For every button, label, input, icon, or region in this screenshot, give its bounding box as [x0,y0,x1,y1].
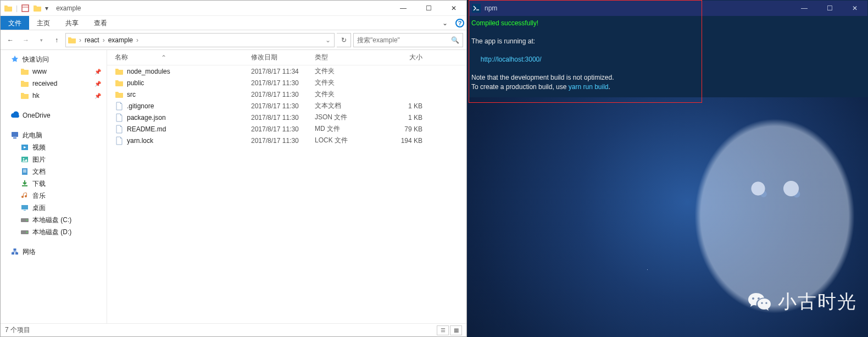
wechat-icon [746,289,772,315]
file-type: 文本文档 [315,101,379,111]
search-input[interactable] [357,36,451,44]
search-icon[interactable]: 🔍 [451,36,459,44]
table-row[interactable]: public2017/8/17 11:30文件夹 [107,77,466,89]
close-button[interactable]: ✕ [441,1,466,16]
col-type[interactable]: 类型 [315,53,379,62]
table-row[interactable]: .gitignore2017/8/17 11:30文本文档1 KB [107,100,466,112]
terminal-output[interactable]: Compiled successfully! The app is runnin… [469,16,867,97]
up-button[interactable]: ↑ [50,34,63,47]
tab-home[interactable]: 主页 [29,16,58,30]
pin-icon: 📌 [94,81,101,87]
file-name: public [127,79,144,87]
folder-icon [115,79,124,87]
folder-icon [115,67,124,76]
file-list: 名称⌃ 修改日期 类型 大小 node_modules2017/8/17 11:… [107,50,466,323]
status-bar: 7 个项目 ☰ ▦ [1,323,466,336]
sidebar-item-drive-c[interactable]: 本地磁盘 (C:) [1,214,107,226]
file-date: 2017/8/17 11:34 [251,68,315,75]
tab-file[interactable]: 文件 [1,16,29,30]
window-title: example [52,4,391,12]
table-row[interactable]: src2017/8/17 11:30文件夹 [107,89,466,100]
file-type: MD 文件 [315,124,379,134]
folder-icon[interactable] [33,4,42,13]
file-size: 1 KB [379,102,422,110]
view-details-button[interactable]: ☰ [437,325,449,335]
file-size: 79 KB [379,125,422,133]
file-explorer-window: | ▾ example — ☐ ✕ 文件 主页 共享 查看 ⌄ ? ← → ▾ … [0,0,467,337]
table-row[interactable]: yarn.lock2017/8/17 11:30LOCK 文件194 KB [107,135,466,146]
minimize-button[interactable]: — [391,1,416,16]
ribbon-expand-icon[interactable]: ⌄ [437,16,453,30]
pin-icon: 📌 [94,69,101,75]
quick-access-toolbar: | ▾ [1,4,52,13]
sidebar-item-downloads[interactable]: 下载 [1,178,107,190]
sidebar-item-videos[interactable]: 视频 [1,141,107,153]
sidebar-item-thispc[interactable]: 此电脑 [1,129,107,141]
sidebar-item-music[interactable]: 音乐 [1,190,107,202]
history-chevron-icon[interactable]: ⌄ [324,36,334,44]
file-name: node_modules [127,68,170,75]
back-button[interactable]: ← [4,34,17,47]
sidebar-item-documents[interactable]: 文档 [1,165,107,178]
sidebar-item-www[interactable]: www📌 [1,65,107,78]
col-name[interactable]: 名称⌃ [115,53,251,62]
breadcrumb[interactable]: › react › example › ⌄ [65,33,335,47]
help-button[interactable]: ? [453,16,466,30]
tab-share[interactable]: 共享 [58,16,86,30]
sidebar-item-network[interactable]: 网络 [1,246,107,258]
chevron-right-icon[interactable]: › [102,36,106,44]
col-date[interactable]: 修改日期 [251,53,315,62]
desktop-area: npm — ☐ ✕ Compiled successfully! The app… [467,0,868,337]
folder-icon [66,36,78,45]
powershell-icon [469,4,483,13]
table-row[interactable]: README.md2017/8/17 11:30MD 文件79 KB [107,123,466,135]
refresh-button[interactable]: ↻ [337,33,351,47]
sidebar-item-onedrive[interactable]: OneDrive [1,109,107,121]
address-bar: ← → ▾ ↑ › react › example › ⌄ ↻ 🔍 [1,30,466,50]
properties-icon[interactable] [21,4,30,13]
titlebar: | ▾ example — ☐ ✕ [1,1,466,16]
sidebar-item-drive-d[interactable]: 本地磁盘 (D:) [1,226,107,238]
file-icon [115,136,124,145]
file-type: JSON 文件 [315,113,379,122]
terminal-url[interactable]: http://localhost:3000/ [481,56,542,63]
terminal-minimize-button[interactable]: — [792,1,817,16]
maximize-button[interactable]: ☐ [416,1,441,16]
search-box[interactable]: 🔍 [353,33,463,47]
qat-chevron-icon[interactable]: ▾ [45,4,48,12]
tab-view[interactable]: 查看 [86,16,115,30]
file-date: 2017/8/17 11:30 [251,137,315,145]
terminal-titlebar: npm — ☐ ✕ [469,1,867,16]
sidebar-item-received[interactable]: received📌 [1,78,107,90]
view-icons-button[interactable]: ▦ [450,325,462,335]
file-icon [115,125,124,134]
col-size[interactable]: 大小 [379,53,422,62]
recent-chevron-icon[interactable]: ▾ [35,34,48,47]
table-row[interactable]: package.json2017/8/17 11:30JSON 文件1 KB [107,112,466,123]
pin-icon: 📌 [94,93,101,99]
terminal-maximize-button[interactable]: ☐ [817,1,842,16]
sidebar-item-hk[interactable]: hk📌 [1,90,107,102]
chevron-right-icon[interactable]: › [135,36,140,44]
file-name: yarn.lock [127,137,153,145]
terminal-window: npm — ☐ ✕ Compiled successfully! The app… [469,0,868,97]
file-icon [115,102,124,111]
file-size: 194 KB [379,137,422,145]
file-type: LOCK 文件 [315,136,379,145]
sidebar-item-desktop[interactable]: 桌面 [1,202,107,214]
table-row[interactable]: node_modules2017/8/17 11:34文件夹 [107,65,466,77]
terminal-close-button[interactable]: ✕ [842,1,867,16]
sidebar-item-quickaccess[interactable]: 快速访问 [1,53,107,65]
breadcrumb-seg[interactable]: react [82,36,102,44]
sidebar-item-pictures[interactable]: 图片 [1,153,107,165]
watermark-text: 小古时光 [778,289,857,314]
watermark: 小古时光 [746,289,857,315]
file-icon [115,113,124,122]
breadcrumb-seg[interactable]: example [106,36,135,44]
file-size: 1 KB [379,114,422,121]
file-date: 2017/8/17 11:30 [251,91,315,98]
forward-button[interactable]: → [19,34,32,47]
folder-icon [115,90,124,99]
chevron-right-icon[interactable]: › [78,36,82,44]
terminal-title: npm [483,4,792,12]
